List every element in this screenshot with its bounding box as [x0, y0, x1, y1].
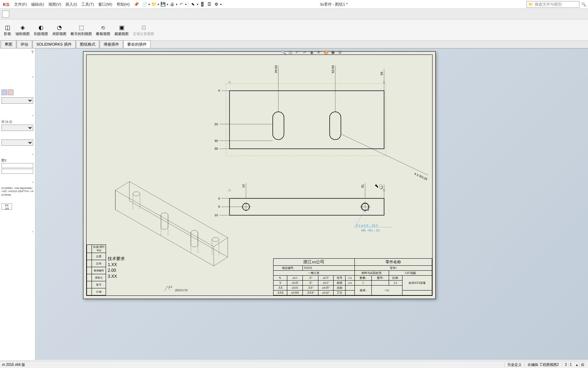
svg-rect-27 — [367, 209, 369, 211]
view-setting-icon[interactable]: ⚙ — [337, 49, 343, 56]
tech-req-title: 技术要求 — [108, 256, 125, 262]
diameter-dropdown[interactable] — [1, 125, 33, 131]
zoom-fit-icon[interactable]: 🔍 — [280, 49, 287, 56]
status-custom: 自 — [579, 362, 586, 367]
format-btn[interactable]: XX.XX — [1, 203, 12, 210]
svg-text:93: 93 — [380, 72, 383, 75]
expand-icon[interactable]: ˇ — [1, 76, 34, 81]
tab-bojun[interactable]: 博俊插件 — [100, 40, 123, 48]
drawing-sheet[interactable]: 29.50 63.50 93 0 20 30 35 — [83, 51, 436, 299]
svg-text:29.50: 29.50 — [274, 65, 278, 73]
rebuild-icon[interactable]: 🚦 — [199, 1, 205, 7]
svg-text:35: 35 — [214, 147, 218, 150]
view-input[interactable] — [1, 163, 33, 168]
tab-sheet-format[interactable]: 图纸格式 — [76, 40, 99, 48]
appearance-icon[interactable]: 🎨 — [323, 49, 329, 56]
svg-point-28 — [229, 189, 230, 191]
title-block: 浙江xx公司 零件名称 项目编号: XXXX 零件1 一般公差 材料与表面处理:… — [273, 258, 432, 295]
tab-yaoming[interactable]: 要命的插件 — [123, 40, 151, 48]
revision-table: 设(通)用符号记 总 图 总 核 标准编号 质量员 签 字 日 期 — [87, 245, 106, 295]
tab-addins[interactable]: SOLIDWORKS 插件 — [33, 40, 76, 48]
expand-icon-2[interactable]: ˇ — [1, 115, 34, 120]
drawing-date: 2023/1/31 — [175, 288, 188, 292]
tab-sketch[interactable]: 草图 — [1, 40, 16, 48]
menu-bar: KS 文件(F) 编辑(E) 视图(V) 插入(I) 工具(T) 窗口(W) 帮… — [0, 0, 588, 9]
options-icon[interactable]: ☰ — [206, 1, 212, 7]
select-icon[interactable]: ⬉ — [190, 1, 196, 7]
status-bar: m 2016 x64 版 完全定义 在编辑 工程图视图2 2 : 1 ▴ 自 — [0, 361, 588, 368]
part-name-label: 零件名称 — [354, 259, 432, 266]
technical-requirements: 技术要求 1.XX 2.00 3.XX — [108, 256, 125, 280]
material: C45 电镀 — [389, 271, 432, 276]
tab-evaluate[interactable]: 评估 — [17, 40, 32, 48]
status-up-icon[interactable]: ▴ — [575, 363, 579, 367]
main-area: ? ˇ ˇ 径 (4.2) ˇ 图2 ˇ D-DIAM> <hw-tapdrid… — [0, 48, 588, 360]
section-icon[interactable]: ✂ — [301, 49, 308, 56]
svg-point-1 — [229, 81, 230, 83]
heads-up-toolbar: 🔍 ⊡ ↶ ✂ ◉ 👁 🎨 ⬢ ⚙ — [280, 48, 344, 56]
diameter-label: 径 (4.2) — [1, 120, 34, 124]
expand-icon-5[interactable]: ˇ — [1, 231, 34, 236]
equipment: 自动XXX设备 — [402, 276, 432, 291]
ribbon-alt-position: ⊡交替位置视图 — [131, 20, 156, 40]
svg-text:20: 20 — [214, 122, 218, 126]
ribbon-break-view[interactable]: ⎋断裂视图 — [94, 20, 112, 40]
zoom-area-icon[interactable]: ⊡ — [287, 49, 294, 56]
tech-req-item: 2.00 — [108, 268, 125, 274]
ribbon-broken-section[interactable]: ⬚断开的剖视图 — [69, 20, 94, 40]
style-btn-1[interactable] — [1, 90, 7, 95]
svg-text:M5 - 6H ⌵ 10: M5 - 6H ⌵ 10 — [361, 229, 380, 232]
display-icon[interactable]: ◉ — [308, 49, 315, 56]
print-icon[interactable]: 🖨 — [169, 1, 175, 7]
svg-point-49 — [212, 237, 219, 242]
isometric-view[interactable] — [115, 182, 228, 266]
ribbon-crop-view[interactable]: ▣裁裁视图 — [112, 20, 131, 40]
svg-line-17 — [341, 134, 428, 175]
command-tabs: 草图 评估 SOLIDWORKS 插件 图纸格式 博俊插件 要命的插件 — [0, 41, 588, 48]
view-input-2[interactable] — [1, 169, 33, 174]
undo-icon[interactable]: ↶ — [178, 1, 184, 7]
status-editing: 在编辑 工程图视图2 — [524, 362, 561, 367]
svg-text:30: 30 — [214, 139, 218, 143]
hide-show-icon[interactable]: 👁 — [316, 49, 322, 56]
top-view[interactable]: 29.50 63.50 93 0 20 30 35 — [214, 65, 428, 181]
svg-text:10: 10 — [242, 184, 245, 188]
status-defined: 完全定义 — [504, 362, 524, 367]
type-dropdown[interactable] — [1, 139, 33, 146]
new-icon[interactable]: 📄 — [141, 1, 148, 7]
style-dropdown[interactable] — [1, 97, 33, 104]
callout-text: D-DIAM> <hw-tapdridia> <HC <HOLE-DEPTH> … — [1, 186, 34, 197]
svg-text:2 x ⌀ 4.2 ⌵ 12.4: 2 x ⌀ 4.2 ⌵ 12.4 — [356, 224, 378, 227]
save-icon[interactable]: 💾 — [160, 1, 166, 7]
svg-text:5: 5 — [218, 205, 220, 208]
ribbon-section-view[interactable]: ◐剖面视图 — [32, 20, 50, 40]
search-button[interactable]: 🔍 — [580, 0, 588, 8]
ribbon-projected-view[interactable]: ◫影视 — [1, 20, 13, 40]
part-number: 零件1 — [354, 266, 432, 271]
quick-access-toolbar: 📄▾ 📁▾ 💾▾ 🖨▾ ↶▾ ⬉▾ 🚦 ☰ ⚙▾ — [0, 1, 222, 8]
front-view[interactable]: 10 81 93 0 5 10 — [214, 183, 393, 232]
expand-icon-3[interactable]: ˇ — [1, 154, 34, 159]
tech-req-item: 1.XX — [108, 262, 125, 268]
secondary-toolbar — [0, 9, 588, 19]
prev-view-icon[interactable]: ↶ — [294, 49, 301, 56]
view-selection-box — [226, 84, 386, 156]
style-btn-2[interactable] — [8, 90, 13, 95]
search-input[interactable]: 📁 搜索文件与模型 — [527, 1, 580, 8]
tool-icon[interactable] — [2, 11, 9, 18]
svg-text:10: 10 — [214, 213, 218, 217]
ribbon-detail-view[interactable]: ◔局部视图 — [50, 20, 69, 40]
version-label: m 2016 x64 版 — [2, 362, 25, 367]
scene-icon[interactable]: ⬢ — [330, 49, 336, 56]
svg-text:93: 93 — [380, 186, 383, 189]
settings-icon[interactable]: ⚙ — [213, 1, 219, 7]
help-icon[interactable]: ? — [1, 50, 34, 55]
svg-text:0: 0 — [218, 89, 220, 92]
svg-text:4 X R3.25: 4 X R3.25 — [414, 172, 428, 181]
ribbon-aux-view[interactable]: ◈辅助视图 — [13, 20, 32, 40]
drawing-canvas[interactable]: 🔍 ⊡ ↶ ✂ ◉ 👁 🎨 ⬢ ⚙ — [35, 48, 588, 360]
expand-icon-4[interactable]: ˇ — [1, 182, 34, 186]
svg-text:3.2: 3.2 — [169, 286, 172, 288]
open-icon[interactable]: 📁 — [151, 1, 157, 7]
status-zoom[interactable]: 2 : 1 — [562, 363, 575, 367]
